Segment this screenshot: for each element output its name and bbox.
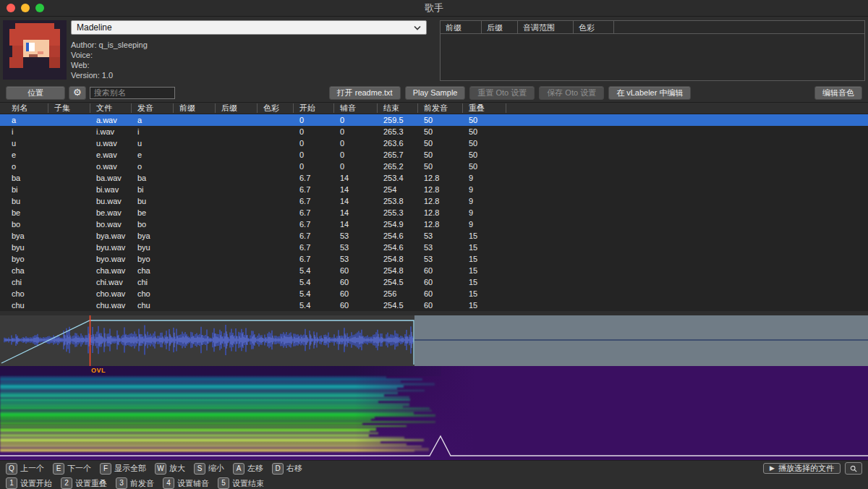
oto-cell: i	[132, 127, 174, 136]
oto-column-header: 色彩	[258, 103, 294, 113]
oto-cell: bi.wav	[90, 185, 132, 194]
chevron-down-icon	[414, 25, 421, 30]
oto-cell: 6.7	[294, 208, 334, 217]
oto-row[interactable]: chacha.wavcha5.460254.86015	[0, 265, 868, 276]
playback-controls: ▶ 播放选择的文件	[763, 462, 862, 475]
oto-cell: e.wav	[90, 150, 132, 159]
oto-cell: o.wav	[90, 162, 132, 171]
keycap-icon: F	[100, 463, 111, 475]
zoom-button[interactable]	[35, 4, 44, 12]
singer-window: 歌手 Madeline	[0, 0, 868, 489]
navigation-shortcuts: Q上一个E下一个F显示全部W放大S缩小A左移D右移	[6, 463, 302, 475]
oto-cell: ba	[6, 174, 48, 182]
shortcut-label: 上一个	[20, 463, 44, 474]
oto-row[interactable]: chuchu.wavchu5.460254.56015	[0, 299, 868, 311]
minimize-button[interactable]	[21, 4, 30, 12]
oto-cell: byo	[6, 255, 48, 263]
search-alias-input[interactable]	[90, 87, 175, 99]
spectrogram-view[interactable]: OVL	[0, 366, 868, 460]
oto-cell: u	[132, 139, 174, 148]
play-selected-file-button[interactable]: ▶ 播放选择的文件	[763, 463, 841, 474]
play-selected-file-label: 播放选择的文件	[778, 463, 834, 474]
oto-cell: byo.wav	[90, 255, 132, 263]
oto-row[interactable]: ee.wave00265.75050	[0, 149, 868, 161]
oto-cell: 6.7	[294, 185, 334, 194]
oto-row[interactable]: chichi.wavchi5.460254.56015	[0, 276, 868, 288]
oto-cell: bu.wav	[90, 197, 132, 205]
oto-cell: 265.2	[378, 162, 418, 171]
oto-column-header: 重叠	[463, 103, 506, 113]
oto-row[interactable]: aa.wava00259.55050	[0, 114, 868, 126]
oto-cell: bya	[132, 231, 174, 240]
oto-cell: 50	[463, 116, 506, 124]
oto-cell: ba	[132, 174, 174, 182]
singer-select-value: Madeline	[77, 22, 112, 33]
oto-cell: 9	[463, 174, 506, 182]
oto-row[interactable]: bubu.wavbu6.714253.812.89	[0, 195, 868, 207]
oto-row[interactable]: bibi.wavbi6.71425412.89	[0, 184, 868, 195]
close-button[interactable]	[7, 4, 15, 12]
save-oto-button[interactable]: 保存 Oto 设置	[539, 86, 604, 100]
oto-row[interactable]: oo.wavo00265.25050	[0, 161, 868, 172]
oto-cell: 15	[463, 255, 506, 263]
oto-cell: 60	[334, 278, 378, 286]
oto-row[interactable]: byabya.wavbya6.753254.65315	[0, 230, 868, 242]
oto-cell: bu	[6, 197, 48, 205]
shortcut-label: 左移	[247, 463, 263, 474]
oto-cell: 15	[463, 243, 506, 252]
waveform-canvas	[0, 315, 868, 366]
oto-cell: 6.7	[294, 174, 334, 182]
oto-row[interactable]: byobyo.wavbyo6.753254.85315	[0, 253, 868, 265]
oto-row[interactable]: bobo.wavbo6.714254.912.89	[0, 218, 868, 230]
shortcut-f: F显示全部	[100, 463, 146, 475]
singer-version: Version: 1.0	[71, 70, 435, 80]
waveform-view[interactable]	[0, 315, 868, 366]
open-readme-button[interactable]: 打开 readme.txt	[329, 86, 401, 100]
magnifier-button[interactable]	[845, 462, 862, 475]
oto-cell: 60	[418, 278, 463, 286]
singer-avatar	[3, 20, 67, 80]
oto-cell: byu.wav	[90, 243, 132, 252]
edit-color-button[interactable]: 编辑音色	[814, 86, 862, 100]
oto-column-header: 子集	[48, 103, 90, 113]
oto-cell: 50	[463, 162, 506, 171]
keycap-icon: D	[272, 463, 284, 475]
oto-cell: cha.wav	[90, 266, 132, 275]
subbank-column-header: 音调范围	[518, 21, 574, 33]
singer-select[interactable]: Madeline	[71, 20, 427, 35]
edit-shortcuts: 1设置开始2设置重叠3前发音4设置辅音5设置结束	[6, 477, 264, 489]
oto-cell: 50	[418, 139, 463, 148]
reset-oto-button[interactable]: 重置 Oto 设置	[469, 86, 535, 100]
oto-row[interactable]: bebe.wavbe6.714255.312.89	[0, 207, 868, 218]
oto-cell: e	[6, 150, 48, 159]
oto-cell: ba.wav	[90, 174, 132, 182]
oto-cell: 12.8	[418, 220, 463, 229]
traffic-lights	[7, 4, 44, 12]
oto-row[interactable]: ii.wavi00265.35050	[0, 126, 868, 137]
location-button[interactable]: 位置	[6, 86, 65, 100]
oto-cell: 53	[418, 255, 463, 263]
singer-header: Madeline Author: q_is_sleeping Voice: We…	[0, 17, 868, 83]
keycap-icon: 2	[61, 477, 72, 489]
oto-cell: 254.5	[378, 301, 418, 310]
oto-column-header: 开始	[294, 103, 334, 113]
oto-cell: 254.5	[378, 278, 418, 286]
oto-cell: 253.4	[378, 174, 418, 182]
oto-row[interactable]: chocho.wavcho5.4602566015	[0, 288, 868, 299]
shortcut-label: 右移	[286, 463, 302, 474]
oto-row[interactable]: uu.wavu00263.65050	[0, 137, 868, 149]
oto-row[interactable]: byubyu.wavbyu6.753254.65315	[0, 242, 868, 253]
oto-cell: 0	[294, 127, 334, 136]
oto-row[interactable]: baba.wavba6.714253.412.89	[0, 172, 868, 184]
oto-cell: chu	[132, 301, 174, 310]
play-sample-button[interactable]: Play Sample	[405, 86, 466, 100]
oto-cell: be	[132, 208, 174, 217]
keycap-icon: Q	[6, 463, 17, 475]
oto-cell: a	[132, 116, 174, 124]
oto-cell: 60	[418, 266, 463, 275]
oto-cell: bya	[6, 231, 48, 240]
settings-button[interactable]: ⚙	[69, 86, 86, 100]
singer-meta: Author: q_is_sleeping Voice: Web: Versio…	[71, 40, 435, 80]
oto-cell: a.wav	[90, 116, 132, 124]
edit-in-vlabeler-button[interactable]: 在 vLabeler 中编辑	[608, 86, 691, 100]
